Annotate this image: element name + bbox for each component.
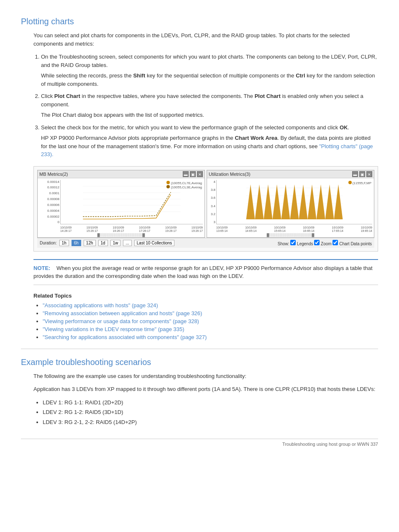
section1-body: You can select and plot charts for compo… [33, 31, 378, 340]
duration-1w[interactable]: 1w [110, 240, 121, 246]
chart-area: MB Metrics(2) ▬ ▣ ✕ 0.00014 0.00012 0.00… [33, 166, 378, 252]
left-chart-titlebar: MB Metrics(2) ▬ ▣ ✕ [38, 170, 205, 178]
note-box: NOTE: When you plot the average read or … [33, 259, 378, 285]
step3-subtext: HP XP P9000 Performance Advisor plots ap… [41, 134, 378, 159]
duration-12h[interactable]: 12h [84, 240, 96, 246]
related-topics-title: Related Topics [33, 293, 378, 299]
plot-chart-bold1: Plot Chart [54, 93, 80, 99]
right-chart-icons: ▬ ▣ ✕ [352, 171, 372, 177]
left-chart: MB Metrics(2) ▬ ▣ ✕ 0.00014 0.00012 0.00… [37, 170, 205, 238]
related-link-4: "Viewing variations in the LDEV response… [43, 326, 378, 332]
show-label: Show: Legends Zoom Chart Data points [278, 240, 372, 246]
related-link-3-anchor[interactable]: "Viewing performance or usage data for c… [43, 318, 199, 324]
step1-subtext: While selecting the records, press the S… [41, 72, 378, 88]
chart-row: MB Metrics(2) ▬ ▣ ✕ 0.00014 0.00012 0.00… [37, 170, 374, 238]
step1-text: On the Troubleshooting screen, select co… [41, 53, 378, 69]
show-legends-checkbox[interactable] [290, 240, 296, 245]
right-chart-icon-minimize[interactable]: ▬ [352, 171, 358, 177]
left-plot-area: (10055,CL7E,Averag (10055,CL3E,Averag [60, 180, 203, 224]
step3-text: Select the check box for the metric, for… [41, 123, 378, 132]
show-chartdata-checkbox[interactable] [332, 240, 338, 245]
plotting-charts-link[interactable]: "Plotting charts" (page 233). [41, 143, 373, 158]
plot-chart-bold2: Plot Chart [255, 93, 281, 99]
duration-1h[interactable]: 1h [59, 240, 69, 246]
shift-bold: Shift [133, 72, 145, 79]
right-chart-icon-close[interactable]: ✕ [366, 171, 372, 177]
intro-paragraph: You can select and plot charts for compo… [33, 31, 378, 48]
left-x-axis: 10/10/0914:26:17 10/10/0915:26:17 10/10/… [60, 226, 203, 232]
footer: Troubleshooting using host group or WWN … [21, 439, 378, 447]
right-chart-title: Utilization Metrics(3) [209, 172, 251, 177]
related-link-3: "Viewing performance or usage data for c… [43, 318, 378, 324]
duration-more[interactable]: ... [123, 240, 131, 246]
steps-list: On the Troubleshooting screen, select co… [41, 53, 378, 159]
right-chart-icon-restore[interactable]: ▣ [359, 171, 365, 177]
right-chart-titlebar: Utilization Metrics(3) ▬ ▣ ✕ [207, 170, 374, 178]
ldev-list: LDEV 1: RG 1-1: RAID1 (2D+2D) LDEV 2: RG… [43, 398, 378, 427]
section2-body: The following are the example use cases … [33, 372, 378, 427]
right-y-axis: 4 3.8 3.6 3.4 3.2 3 [208, 180, 215, 224]
left-chart-title: MB Metrics(2) [39, 172, 68, 177]
right-legend-dot [348, 181, 352, 184]
chart-toolbar: Duration: 1h 6h 12h 1d 1w ... Last 10 Co… [37, 238, 374, 248]
left-chart-icons: ▬ ▣ ✕ [183, 171, 203, 177]
section1-title: Plotting charts [21, 17, 378, 26]
section2-title: Example troubleshooting scenarios [21, 357, 378, 367]
step-3: Select the check box for the metric, for… [41, 123, 378, 159]
right-plot-area: (11555,F,MP [216, 180, 372, 224]
right-x-axis: 10/10/0913:65:14 10/10/0914:65:14 10/10/… [216, 226, 372, 232]
legend1-dot [166, 181, 170, 184]
related-link-2-anchor[interactable]: "Removing association between applicatio… [43, 310, 202, 316]
ldev-item-1: LDEV 1: RG 1-1: RAID1 (2D+2D) [43, 398, 378, 407]
right-chart: Utilization Metrics(3) ▬ ▣ ✕ 4 3.8 3.6 3… [207, 170, 374, 238]
section-divider [21, 349, 378, 349]
related-link-5: "Searching for applications associated w… [43, 334, 378, 340]
right-chart-inner: 4 3.8 3.6 3.4 3.2 3 (11555,F,MP [207, 178, 374, 233]
related-link-5-anchor[interactable]: "Searching for applications associated w… [43, 334, 207, 340]
left-chart-scrollbar: ▓░░░░░░░░░░░░░░░░░░▓ [38, 233, 205, 237]
section2-intro: The following are the example use cases … [33, 372, 378, 380]
chart-work-area-bold: Chart Work Area [235, 135, 277, 141]
duration-6h[interactable]: 6h [72, 240, 81, 246]
ok-bold: OK [340, 124, 348, 131]
related-topics-section: Related Topics "Associating applications… [33, 293, 378, 340]
left-legend: (10055,CL7E,Averag (10055,CL3E,Averag [166, 181, 202, 189]
related-link-4-anchor[interactable]: "Viewing variations in the LDEV response… [43, 326, 184, 332]
step-1: On the Troubleshooting screen, select co… [41, 53, 378, 88]
related-link-1: "Associating applications with hosts" (p… [43, 302, 378, 308]
ldev-item-2: LDEV 2: RG 1-2: RAID5 (3D+1D) [43, 408, 378, 416]
legend2-dot [166, 185, 170, 188]
show-zoom-checkbox[interactable] [314, 240, 320, 245]
left-chart-inner: 0.00014 0.00012 0.0001 0.00008 0.00006 0… [38, 178, 205, 233]
step2-text: Click Plot Chart in the respective table… [41, 92, 378, 108]
related-link-1-anchor[interactable]: "Associating applications with hosts" (p… [43, 302, 158, 308]
duration-label: Duration: [40, 241, 57, 245]
note-label: NOTE: [33, 265, 50, 271]
left-chart-icon-close[interactable]: ✕ [197, 171, 203, 177]
right-legend: (11555,F,MP [348, 181, 371, 185]
left-chart-icon-restore[interactable]: ▣ [190, 171, 196, 177]
footer-text: Troubleshooting using host group or WWN … [282, 442, 378, 447]
step2-subtext: The Plot Chart dialog box appears with t… [41, 111, 378, 119]
related-link-2: "Removing association between applicatio… [43, 310, 378, 316]
svg-marker-9 [246, 184, 343, 219]
left-y-axis: 0.00014 0.00012 0.0001 0.00008 0.00006 0… [38, 180, 59, 224]
section2-text: Application has 3 LDEVs from XP mapped t… [33, 385, 378, 393]
right-chart-scrollbar: ▓░░░░░░░░░░░░░░░░░░▓ [207, 233, 374, 237]
ldev-item-3: LDEV 3: RG 2-1, 2-2: RAID5 (14D+2P) [43, 418, 378, 427]
right-chart-svg [217, 180, 372, 220]
note-text: When you plot the average read or write … [33, 265, 373, 280]
related-topics-list: "Associating applications with hosts" (p… [43, 302, 378, 340]
ctrl-bold: Ctrl [296, 72, 305, 79]
left-chart-icon-minimize[interactable]: ▬ [183, 171, 189, 177]
duration-1d[interactable]: 1d [98, 240, 108, 246]
step-2: Click Plot Chart in the respective table… [41, 92, 378, 119]
duration-last10[interactable]: Last 10 Collections [134, 240, 175, 246]
